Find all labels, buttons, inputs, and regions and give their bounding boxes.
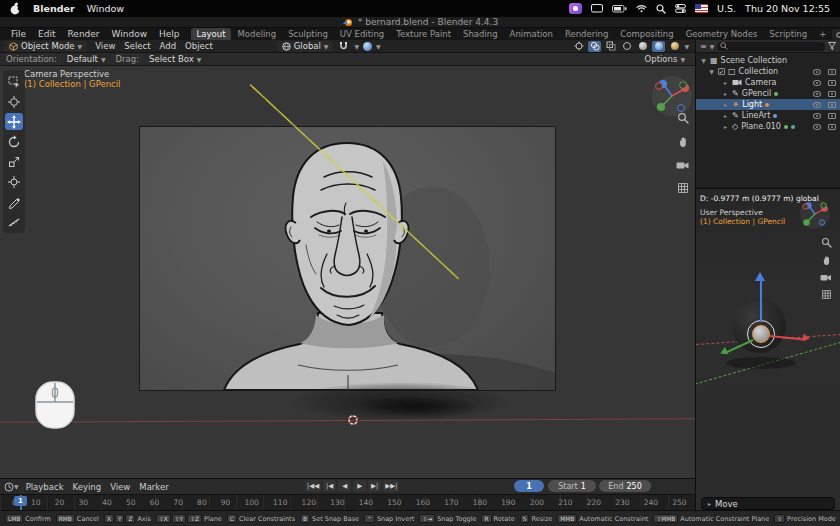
camera-view-icon[interactable]: [820, 273, 832, 282]
outliner-row-light[interactable]: ▸☀ Light: [696, 99, 840, 110]
scene-selector[interactable]: Scene ×: [832, 29, 840, 40]
solid-shading-icon[interactable]: [636, 41, 649, 52]
timeline-menu-item[interactable]: Marker: [135, 482, 172, 492]
proportional-dropdown-icon[interactable]: ▼: [376, 43, 381, 50]
current-frame-field[interactable]: 1: [514, 480, 544, 492]
render-visibility-icon[interactable]: [828, 69, 836, 75]
cursor-tool[interactable]: [5, 93, 23, 110]
playback-button[interactable]: ▶: [353, 480, 366, 492]
spotlight-icon[interactable]: [656, 4, 666, 14]
hide-icon[interactable]: [813, 102, 821, 108]
display-icon[interactable]: [591, 4, 603, 13]
control-center-icon[interactable]: [675, 4, 686, 13]
workspace-tab[interactable]: Compositing: [614, 28, 679, 40]
options-dropdown[interactable]: Options▼: [645, 54, 689, 64]
playback-button[interactable]: ▶▶|: [383, 480, 399, 492]
snap-dropdown-icon[interactable]: ▼: [354, 43, 359, 50]
macos-app-menu[interactable]: Blender: [33, 3, 75, 14]
workspace-tab[interactable]: +: [813, 28, 832, 40]
render-visibility-icon[interactable]: [828, 80, 836, 86]
collection-checkbox[interactable]: [718, 68, 725, 75]
render-visibility-icon[interactable]: [828, 124, 836, 130]
move-gizmo-z-axis[interactable]: [760, 281, 762, 322]
workspace-tab[interactable]: Modeling: [231, 28, 282, 40]
menu-item[interactable]: Edit: [33, 29, 60, 39]
transform-orientation-dropdown[interactable]: Global ▼: [277, 41, 334, 52]
menu-item[interactable]: Window: [107, 29, 153, 39]
viewport-menu-item[interactable]: Select: [120, 41, 154, 51]
rendered-shading-icon[interactable]: [668, 41, 681, 52]
shading-dropdown-icon[interactable]: ▼: [684, 43, 689, 50]
outliner-row-plane[interactable]: ▸◇ Plane.010: [696, 121, 840, 132]
operator-expand-icon[interactable]: ▸: [708, 500, 711, 507]
timeline-ruler[interactable]: 0102030405060708090100110120130140150160…: [0, 494, 695, 510]
ortho-grid-icon[interactable]: [677, 182, 689, 194]
workspace-tab[interactable]: Scripting: [763, 28, 813, 40]
hide-icon[interactable]: [813, 80, 821, 86]
timeline-menu-item[interactable]: Playback: [22, 482, 68, 492]
frame-end-field[interactable]: End250: [599, 480, 651, 492]
workspace-tab[interactable]: Sculpting: [282, 28, 334, 40]
material-preview-icon[interactable]: [652, 41, 665, 52]
operator-panel[interactable]: ▸ Move: [701, 497, 835, 510]
render-visibility-icon[interactable]: [828, 113, 836, 119]
menu-item[interactable]: File: [6, 29, 31, 39]
zoom-icon[interactable]: [821, 237, 832, 248]
show-gizmos-icon[interactable]: [572, 41, 585, 52]
editor-type-dropdown-icon[interactable]: ▼: [710, 43, 715, 50]
toggle-xray-icon[interactable]: [604, 41, 617, 52]
render-visibility-icon[interactable]: [828, 102, 836, 108]
drag-setting-dropdown[interactable]: Select Box▼: [144, 54, 206, 65]
outliner-row-lineart[interactable]: ▸✎ LineArt: [696, 110, 840, 121]
editor-type-icon[interactable]: ≡: [700, 42, 707, 51]
move-tool[interactable]: [5, 113, 23, 130]
render-visibility-icon[interactable]: [828, 91, 836, 97]
outliner-row-camera[interactable]: ▸ Camera: [696, 77, 840, 88]
pan-hand-icon[interactable]: [821, 255, 832, 266]
ortho-grid-icon[interactable]: [821, 289, 832, 300]
apple-menu[interactable]: [10, 2, 21, 15]
playhead-frame-label[interactable]: 1: [14, 496, 27, 506]
annotate-tool[interactable]: [5, 193, 23, 210]
menu-item[interactable]: Help: [154, 29, 185, 39]
wireframe-shading-icon[interactable]: [620, 41, 633, 52]
hide-icon[interactable]: [813, 113, 821, 119]
battery-icon[interactable]: [612, 5, 627, 13]
snap-magnet-icon[interactable]: [337, 41, 350, 52]
outliner-search-input[interactable]: [717, 42, 825, 51]
outliner-filter-icon[interactable]: [828, 42, 836, 50]
playback-button[interactable]: |◀: [323, 480, 336, 492]
hide-icon[interactable]: [813, 69, 821, 75]
outliner-row-gpencil[interactable]: ▸✎ GPencil: [696, 88, 840, 99]
playback-button[interactable]: ▶|: [368, 480, 381, 492]
outliner-row-collection[interactable]: ▼ □ Collection: [696, 66, 840, 77]
measure-tool[interactable]: [5, 213, 23, 230]
screen-recording-icon[interactable]: [569, 3, 582, 14]
wifi-icon[interactable]: [636, 4, 647, 13]
input-source-flag-icon[interactable]: [695, 4, 708, 13]
playback-button[interactable]: |◀◀: [305, 480, 321, 492]
workspace-tab[interactable]: Shading: [457, 28, 504, 40]
macos-window-menu[interactable]: Window: [87, 3, 124, 14]
zoom-icon[interactable]: [677, 112, 689, 124]
transform-tool[interactable]: [5, 173, 23, 190]
workspace-tab[interactable]: Rendering: [559, 28, 614, 40]
timeline-menu-item[interactable]: Keying: [69, 482, 106, 492]
orientation-setting-dropdown[interactable]: Default▼: [62, 54, 111, 65]
workspace-tab[interactable]: Texture Paint: [390, 28, 457, 40]
workspace-tab[interactable]: Geometry Nodes: [680, 28, 764, 40]
select-box-tool[interactable]: [5, 73, 23, 90]
scale-tool[interactable]: [5, 153, 23, 170]
main-3d-viewport[interactable]: Camera Perspective (1) Collection | GPen…: [0, 66, 695, 478]
menubar-clock[interactable]: Thu 20 Nov 12:55: [745, 3, 830, 14]
timeline-menu-item[interactable]: View: [106, 482, 134, 492]
workspace-tab[interactable]: UV Editing: [334, 28, 390, 40]
viewport-menu-item[interactable]: View: [91, 41, 119, 51]
hide-icon[interactable]: [813, 124, 821, 130]
playback-button[interactable]: ◀: [338, 480, 351, 492]
rotate-tool[interactable]: [5, 133, 23, 150]
viewport-menu-item[interactable]: Add: [156, 41, 180, 51]
menu-item[interactable]: Render: [63, 29, 105, 39]
proportional-editing-icon[interactable]: [363, 42, 372, 51]
timeline-editor-icon[interactable]: [4, 482, 14, 492]
